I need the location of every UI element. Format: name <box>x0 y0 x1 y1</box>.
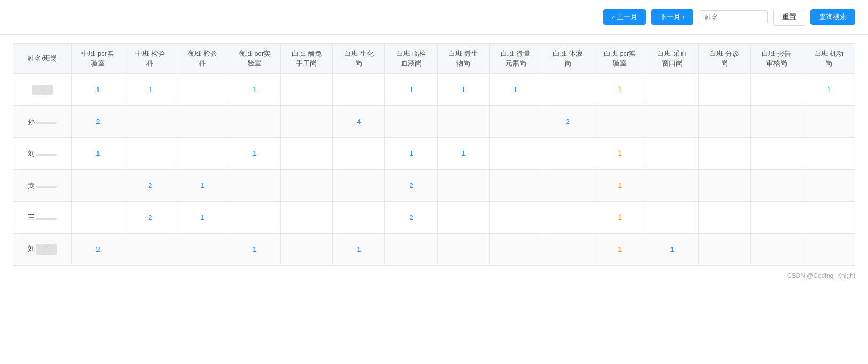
data-cell <box>385 106 437 138</box>
name-label: 黄 <box>28 181 35 189</box>
data-cell <box>176 138 228 170</box>
col-header-c9: 白班 微量 元素岗 <box>489 44 542 74</box>
data-cell <box>228 202 281 234</box>
data-cell <box>333 170 385 202</box>
data-cell <box>385 234 437 266</box>
data-cell <box>176 106 228 138</box>
data-cell <box>437 106 489 138</box>
data-cell <box>646 74 698 106</box>
data-cell <box>176 234 228 266</box>
col-header-c11: 白班 pcr实 验室 <box>594 44 646 74</box>
data-cell: 2 <box>385 170 437 202</box>
data-cell <box>437 234 489 266</box>
col-header-c6: 白班 生化 岗 <box>333 44 385 74</box>
data-cell <box>437 202 489 234</box>
data-cell <box>698 74 750 106</box>
data-cell <box>698 234 750 266</box>
col-header-c12: 白班 采血 窗口岗 <box>646 44 698 74</box>
col-header-c4: 夜班 pcr实 验室 <box>228 44 281 74</box>
table-row: ·11111111 <box>13 74 855 106</box>
data-cell <box>750 170 803 202</box>
name-search-input[interactable] <box>699 10 768 24</box>
data-cell: 1 <box>437 74 489 106</box>
data-cell <box>489 202 542 234</box>
chevron-right-icon: › <box>683 13 685 21</box>
data-cell: 1 <box>72 138 124 170</box>
name-cell: · <box>13 74 72 106</box>
data-cell <box>646 170 698 202</box>
data-cell: 2 <box>72 106 124 138</box>
data-cell: 1 <box>437 138 489 170</box>
footer-note: CSDN @Coding_Knight <box>0 266 868 286</box>
data-cell: 1 <box>228 74 281 106</box>
data-cell <box>698 202 750 234</box>
data-cell <box>698 170 750 202</box>
data-cell <box>803 106 855 138</box>
table-row: 刘11111 <box>13 138 855 170</box>
data-cell <box>594 106 646 138</box>
data-cell <box>646 202 698 234</box>
data-cell <box>803 202 855 234</box>
data-cell <box>698 138 750 170</box>
data-cell <box>281 106 333 138</box>
data-cell: 1 <box>176 202 228 234</box>
name-tag: · <box>32 85 53 95</box>
data-cell <box>489 106 542 138</box>
col-header-c2: 中班 检验 科 <box>124 44 176 74</box>
name-cell: 黄 <box>13 170 72 202</box>
name-label: 孙 <box>28 118 35 126</box>
name-masked <box>36 218 57 220</box>
toolbar: ‹ 上一月 下一月 › 重置 查询搜索 <box>0 0 868 35</box>
data-cell <box>333 202 385 234</box>
data-cell <box>124 138 176 170</box>
name-cell: 刘二 <box>13 234 72 266</box>
data-cell: 1 <box>72 74 124 106</box>
data-cell <box>489 234 542 266</box>
data-cell: 1 <box>594 138 646 170</box>
data-cell <box>124 234 176 266</box>
data-cell: 2 <box>124 202 176 234</box>
col-header-c1: 中班 pcr实 验室 <box>72 44 124 74</box>
data-cell: 1 <box>489 74 542 106</box>
name-cell: 刘 <box>13 138 72 170</box>
data-cell <box>281 138 333 170</box>
data-cell: 1 <box>176 170 228 202</box>
data-cell: 4 <box>333 106 385 138</box>
col-header-c8: 白班 微生 物岗 <box>437 44 489 74</box>
name-cell: 王 <box>13 202 72 234</box>
next-month-button[interactable]: 下一月 › <box>651 9 693 25</box>
data-cell <box>437 170 489 202</box>
data-cell: 2 <box>72 234 124 266</box>
table-row: 黄2121 <box>13 170 855 202</box>
data-cell: 2 <box>385 202 437 234</box>
table-row: 王2121 <box>13 202 855 234</box>
data-cell <box>646 138 698 170</box>
name-label: 王 <box>28 213 35 221</box>
col-header-c15: 白班 机动 岗 <box>803 44 855 74</box>
data-cell <box>803 170 855 202</box>
name-label: 刘 <box>28 245 35 253</box>
col-header-c14: 白班 报告 审核岗 <box>750 44 803 74</box>
data-cell <box>698 106 750 138</box>
search-button[interactable]: 查询搜索 <box>810 9 855 25</box>
data-cell <box>542 138 594 170</box>
prev-month-button[interactable]: ‹ 上一月 <box>603 9 645 25</box>
data-cell <box>333 74 385 106</box>
data-cell <box>542 234 594 266</box>
data-cell <box>489 170 542 202</box>
data-cell <box>228 170 281 202</box>
chevron-left-icon: ‹ <box>612 13 614 21</box>
data-cell: 1 <box>228 138 281 170</box>
data-cell: 1 <box>228 234 281 266</box>
name-masked: 二 <box>36 244 57 255</box>
table-container: 姓名\班岗中班 pcr实 验室中班 检验 科夜班 检验 科夜班 pcr实 验室白… <box>0 35 868 266</box>
data-cell <box>489 138 542 170</box>
data-cell <box>750 74 803 106</box>
reset-button[interactable]: 重置 <box>773 9 805 26</box>
data-cell <box>228 106 281 138</box>
data-cell <box>281 202 333 234</box>
data-cell <box>176 74 228 106</box>
data-cell <box>803 138 855 170</box>
data-cell: 1 <box>594 234 646 266</box>
schedule-table: 姓名\班岗中班 pcr实 验室中班 检验 科夜班 检验 科夜班 pcr实 验室白… <box>13 43 855 266</box>
